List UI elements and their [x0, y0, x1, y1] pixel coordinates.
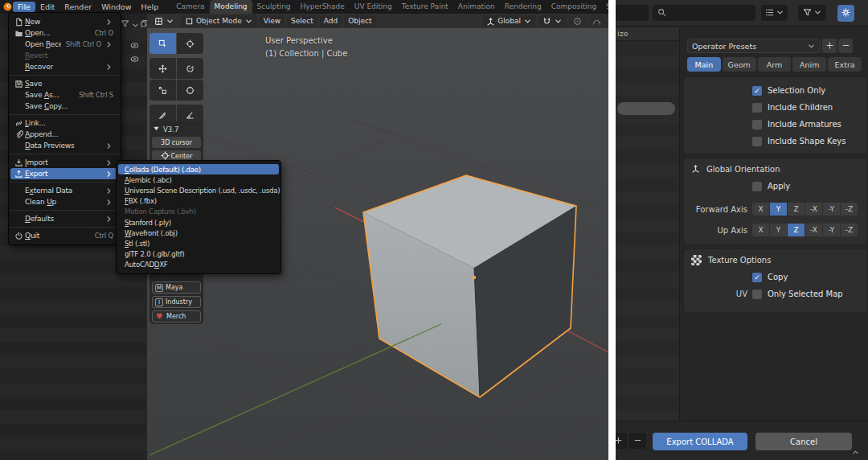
chevron-up-icon[interactable]: [851, 448, 860, 458]
menu-item-defaults[interactable]: Defaults: [10, 213, 119, 224]
axis-up-axis-y[interactable]: Y: [770, 224, 787, 236]
visibility-eye-icon[interactable]: [130, 51, 139, 67]
remove-preset-button[interactable]: [838, 39, 853, 53]
search-input[interactable]: [653, 5, 755, 21]
proportional-falloff-dropdown[interactable]: [588, 15, 605, 27]
menu-item-save[interactable]: Save: [10, 78, 119, 89]
axis-up-axis-z[interactable]: Z: [788, 224, 805, 236]
menu-item-recover[interactable]: Recover: [10, 61, 119, 72]
axis-forward-axis-z[interactable]: -Z: [841, 203, 858, 216]
checkbox-only-selected-map[interactable]: [752, 290, 762, 299]
export-collada-button[interactable]: Export COLLADA: [653, 433, 747, 450]
v37-button-3d-cursor[interactable]: 3D cursor: [152, 137, 201, 148]
viewport-menu-add[interactable]: Add: [320, 15, 342, 27]
tab-main[interactable]: Main: [687, 57, 721, 72]
tool-cursor[interactable]: [177, 33, 203, 54]
viewport-menu-select[interactable]: Select: [287, 15, 317, 27]
tab-scripting[interactable]: Scripting: [601, 0, 608, 14]
checkbox-apply[interactable]: [752, 182, 762, 191]
checkbox-selection-only[interactable]: ✓: [752, 86, 762, 96]
menu-item-append[interactable]: Append...: [10, 129, 119, 140]
axis-up-axis-x[interactable]: X: [752, 224, 769, 236]
axis-forward-axis-y[interactable]: -Y: [823, 203, 840, 216]
tab-compositing[interactable]: Compositing: [547, 0, 601, 14]
menu-item-link[interactable]: Link...: [10, 117, 119, 129]
export-item-universal-scene-description-usd-usdc-usda[interactable]: Universal Scene Description (.usd, .usdc…: [118, 185, 279, 195]
viewport-menu-view[interactable]: View: [260, 15, 285, 27]
checkbox-include-armatures[interactable]: [752, 120, 762, 129]
menu-edit[interactable]: Edit: [35, 2, 59, 12]
outliner-filter-icon[interactable]: [121, 16, 129, 31]
tool-scale[interactable]: [149, 80, 176, 101]
mode-dropdown[interactable]: Object Mode: [181, 15, 257, 27]
filename-increment-button[interactable]: [616, 433, 627, 449]
axis-forward-axis-x[interactable]: -X: [805, 203, 822, 216]
axis-up-axis-z[interactable]: -Z: [841, 224, 858, 236]
filename-decrement-button[interactable]: [628, 433, 646, 449]
menu-item-new[interactable]: New: [10, 16, 119, 27]
export-item-gltf-2-0-glb-gltf[interactable]: glTF 2.0 (.glb/.gltf): [118, 249, 279, 260]
menu-item-export[interactable]: Export: [10, 168, 119, 179]
tab-extra[interactable]: Extra: [828, 57, 862, 72]
blender-logo-icon[interactable]: [2, 1, 13, 13]
v37-panel-header[interactable]: V3.7: [152, 124, 201, 134]
tab-rendering[interactable]: Rendering: [500, 0, 547, 14]
menu-item-open[interactable]: Open...Ctrl O: [10, 27, 119, 39]
axis-forward-axis-x[interactable]: X: [752, 203, 769, 216]
menu-render[interactable]: Render: [59, 2, 96, 12]
menu-item-save-copy[interactable]: Save Copy...: [10, 101, 119, 112]
menu-item-data-previews[interactable]: Data Previews: [10, 140, 119, 151]
axis-forward-axis-y[interactable]: Y: [770, 203, 787, 216]
axis-forward-axis-z[interactable]: Z: [788, 203, 805, 216]
cancel-button[interactable]: Cancel: [755, 433, 852, 450]
menu-item-open-recent[interactable]: Open RecentShift Ctrl O: [10, 39, 119, 50]
transform-orientation-dropdown[interactable]: Global: [482, 15, 536, 27]
proportional-edit-toggle[interactable]: [569, 15, 586, 27]
menu-item-import[interactable]: Import: [10, 157, 119, 168]
tool-select-box[interactable]: [149, 33, 176, 54]
export-item-autocad-dxf[interactable]: AutoCAD DXF: [118, 260, 279, 270]
menu-file[interactable]: File: [13, 2, 35, 12]
tool-rotate[interactable]: [177, 58, 203, 79]
export-item-wavefront-obj[interactable]: Wavefront (.obj): [118, 228, 279, 238]
menu-item-external-data[interactable]: External Data: [10, 185, 119, 196]
selected-file-row[interactable]: [617, 102, 675, 115]
tab-sculpting[interactable]: Sculpting: [252, 0, 296, 14]
path-field-fragment[interactable]: [616, 5, 649, 21]
menu-item-save-as[interactable]: Save As...Shift Ctrl S: [10, 89, 119, 101]
axis-up-axis-x[interactable]: -X: [805, 224, 822, 236]
options-toggle-button[interactable]: [837, 5, 854, 22]
export-item-stl-stl[interactable]: Stl (.stl): [118, 238, 279, 248]
tab-texture-paint[interactable]: Texture Paint: [397, 0, 453, 14]
display-mode-dropdown[interactable]: [761, 5, 788, 21]
operator-presets-dropdown[interactable]: Operator Presets: [687, 39, 821, 53]
viewport-menu-object[interactable]: Object: [344, 15, 375, 27]
export-item-collada-default-dae[interactable]: Collada (Default) (.dae): [118, 164, 279, 175]
menu-item-revert[interactable]: Revert: [10, 50, 119, 61]
menu-window[interactable]: Window: [96, 2, 136, 12]
outliner-filter-chevron-icon[interactable]: [131, 18, 140, 33]
addon-button-industry[interactable]: IIndustry: [152, 296, 201, 308]
checkbox-include-shape-keys[interactable]: [752, 137, 762, 146]
tab-animation[interactable]: Animation: [453, 0, 500, 14]
tab-hypershade[interactable]: HyperShade: [296, 0, 350, 14]
export-item-fbx-fbx[interactable]: FBX (.fbx): [118, 196, 279, 207]
addon-button-maya[interactable]: MMaya: [152, 281, 201, 294]
tool-transform[interactable]: [177, 80, 203, 101]
export-item-motion-capture-bvh[interactable]: Motion Capture (.bvh): [118, 207, 279, 217]
tab-modeling[interactable]: Modeling: [210, 0, 252, 14]
axis-up-axis-y[interactable]: -Y: [823, 224, 840, 236]
tab-uv-editing[interactable]: UV Editing: [350, 0, 397, 14]
menu-item-quit[interactable]: QuitCtrl Q: [10, 230, 119, 241]
addon-button-merch[interactable]: Merch: [152, 310, 201, 322]
tab-camera[interactable]: Camera: [171, 0, 209, 14]
checkbox-copy[interactable]: ✓: [752, 273, 762, 282]
tab-arm[interactable]: Arm: [758, 57, 792, 72]
tab-geom[interactable]: Geom: [723, 57, 756, 72]
snap-toggle[interactable]: [538, 15, 567, 27]
tab-anim[interactable]: Anim: [792, 57, 826, 72]
editor-type-selector[interactable]: [150, 15, 178, 27]
tool-move[interactable]: [149, 58, 176, 79]
filter-dropdown[interactable]: [798, 5, 826, 21]
export-item-alembic-abc[interactable]: Alembic (.abc): [118, 175, 279, 185]
